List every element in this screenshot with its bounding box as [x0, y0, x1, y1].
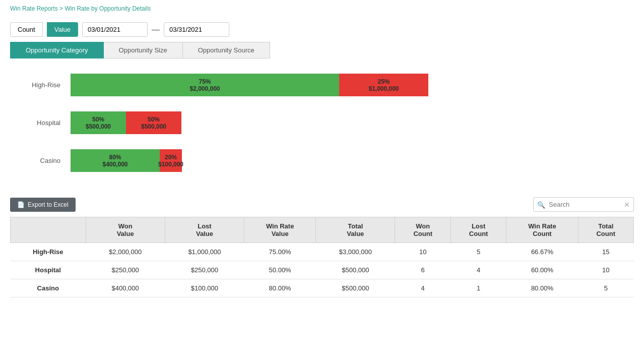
chart-row-hospital: Hospital 50% $500,000 50% $500,000 — [10, 111, 634, 134]
cell-total_value: $500,000 — [316, 261, 395, 279]
chart-row-casino: Casino 80% $400,000 20% $100,000 — [10, 149, 634, 172]
bar-lost-casino: 20% $100,000 — [160, 149, 182, 172]
cell-total_value: $3,000,000 — [316, 243, 395, 261]
cell-win_rate_value: 75.00% — [244, 243, 316, 261]
chart-section: High-Rise 75% $2,000,000 25% $1,000,000 … — [0, 64, 644, 192]
col-header-won-value: WonValue — [86, 217, 165, 243]
tab-opportunity-category[interactable]: Opportunity Category — [10, 42, 104, 58]
cell-won_value: $400,000 — [86, 279, 165, 297]
search-clear-icon[interactable]: ✕ — [624, 201, 630, 209]
export-button[interactable]: 📄 Export to Excel — [10, 198, 76, 212]
col-header-lost-value: LostValue — [165, 217, 244, 243]
cell-lost_value: $1,000,000 — [165, 243, 244, 261]
table-header-row: WonValue LostValue Win RateValue TotalVa… — [11, 217, 634, 243]
tab-opportunity-source[interactable]: Opportunity Source — [183, 42, 270, 58]
table-row: Hospital$250,000$250,00050.00%$500,00064… — [11, 261, 634, 279]
col-header-total-value: TotalValue — [316, 217, 395, 243]
chart-bars-highrise: 75% $2,000,000 25% $1,000,000 — [71, 74, 428, 96]
cell-win_rate_value: 80.00% — [244, 279, 316, 297]
cell-category: Hospital — [11, 261, 86, 279]
bar-won-casino: 80% $400,000 — [71, 149, 160, 172]
search-input[interactable] — [533, 197, 634, 212]
value-button[interactable]: Value — [47, 22, 78, 37]
cell-win_rate_count: 80.00% — [506, 279, 578, 297]
cell-lost_value: $100,000 — [165, 279, 244, 297]
date-separator: — — [152, 25, 160, 34]
table-row: Casino$400,000$100,00080.00%$500,0004180… — [11, 279, 634, 297]
cell-total_count: 10 — [578, 261, 634, 279]
cell-lost_value: $250,000 — [165, 261, 244, 279]
breadcrumb-link-1[interactable]: Win Rate Reports — [10, 5, 58, 12]
cell-total_value: $500,000 — [316, 279, 395, 297]
chart-bars-casino: 80% $400,000 20% $100,000 — [71, 149, 182, 172]
cell-win_rate_count: 60.00% — [506, 261, 578, 279]
col-header-lost-count: LostCount — [450, 217, 506, 243]
controls-bar: Count Value — — [0, 17, 644, 42]
data-table: WonValue LostValue Win RateValue TotalVa… — [10, 217, 634, 297]
tab-opportunity-size[interactable]: Opportunity Size — [104, 42, 183, 58]
tab-bar: Opportunity Category Opportunity Size Op… — [0, 42, 644, 64]
cell-lost_count: 1 — [450, 279, 506, 297]
date-to-input[interactable] — [164, 22, 229, 37]
cell-win_rate_value: 50.00% — [244, 261, 316, 279]
chart-label-hospital: Hospital — [10, 119, 71, 127]
cell-won_count: 6 — [395, 261, 450, 279]
chart-label-highrise: High-Rise — [10, 81, 71, 89]
bar-lost-highrise: 25% $1,000,000 — [339, 74, 428, 96]
col-header-category — [11, 217, 86, 243]
export-icon: 📄 — [17, 201, 25, 208]
bar-won-hospital: 50% $500,000 — [71, 111, 126, 134]
date-from-input[interactable] — [82, 22, 148, 37]
table-toolbar: 📄 Export to Excel 🔍 ✕ — [10, 197, 634, 212]
cell-won_value: $250,000 — [86, 261, 165, 279]
search-wrap: 🔍 ✕ — [533, 197, 634, 212]
count-button[interactable]: Count — [10, 22, 43, 37]
chart-bars-hospital: 50% $500,000 50% $500,000 — [71, 111, 181, 134]
col-header-win-rate-count: Win RateCount — [506, 217, 578, 243]
chart-label-casino: Casino — [10, 157, 71, 164]
chart-row-highrise: High-Rise 75% $2,000,000 25% $1,000,000 — [10, 74, 634, 96]
cell-total_count: 15 — [578, 243, 634, 261]
cell-total_count: 5 — [578, 279, 634, 297]
breadcrumb-separator: > — [59, 5, 65, 12]
table-row: High-Rise$2,000,000$1,000,00075.00%$3,00… — [11, 243, 634, 261]
cell-won_value: $2,000,000 — [86, 243, 165, 261]
cell-win_rate_count: 66.67% — [506, 243, 578, 261]
breadcrumb: Win Rate Reports > Win Rate by Opportuni… — [0, 0, 644, 17]
col-header-total-count: TotalCount — [578, 217, 634, 243]
cell-won_count: 4 — [395, 279, 450, 297]
bar-lost-hospital: 50% $500,000 — [126, 111, 181, 134]
cell-lost_count: 5 — [450, 243, 506, 261]
cell-category: High-Rise — [11, 243, 86, 261]
search-icon: 🔍 — [537, 201, 545, 208]
cell-category: Casino — [11, 279, 86, 297]
table-section: 📄 Export to Excel 🔍 ✕ WonValue LostValue… — [0, 192, 644, 308]
cell-lost_count: 4 — [450, 261, 506, 279]
col-header-win-rate-value: Win RateValue — [244, 217, 316, 243]
bar-won-highrise: 75% $2,000,000 — [71, 74, 339, 96]
export-label: Export to Excel — [28, 201, 69, 208]
col-header-won-count: WonCount — [395, 217, 450, 243]
breadcrumb-current: Win Rate by Opportunity Details — [65, 5, 151, 12]
cell-won_count: 10 — [395, 243, 450, 261]
